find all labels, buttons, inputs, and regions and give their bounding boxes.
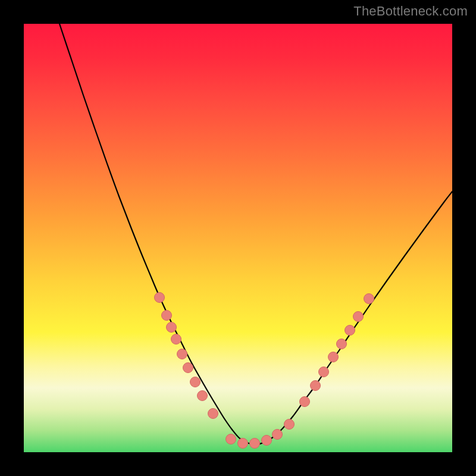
marker-point <box>208 409 218 419</box>
marker-point <box>238 439 248 449</box>
marker-point <box>177 349 187 359</box>
marker-point <box>262 436 272 446</box>
plot-area <box>24 24 452 452</box>
marker-point <box>155 293 165 303</box>
marker-point <box>171 334 181 345</box>
marker-point <box>319 367 329 377</box>
bottleneck-curve-line <box>60 24 452 444</box>
marker-point <box>273 430 283 440</box>
marker-point <box>353 312 364 322</box>
marker-point <box>250 439 260 449</box>
outer-frame: TheBottleneck.com <box>0 0 476 476</box>
chart-svg <box>24 24 452 452</box>
marker-point <box>364 294 374 304</box>
marker-point <box>190 377 201 387</box>
marker-point <box>337 339 347 349</box>
marker-point <box>311 381 321 391</box>
marker-point <box>284 419 295 430</box>
marker-point <box>183 363 193 373</box>
marker-point <box>300 397 310 407</box>
marker-point <box>328 352 339 362</box>
marker-point <box>198 391 208 401</box>
marker-point <box>226 434 236 444</box>
marker-point <box>345 325 355 336</box>
marker-point <box>167 322 177 333</box>
watermark-text: TheBottleneck.com <box>353 4 468 19</box>
marker-point <box>162 311 172 321</box>
highlighted-points-group <box>155 293 374 449</box>
